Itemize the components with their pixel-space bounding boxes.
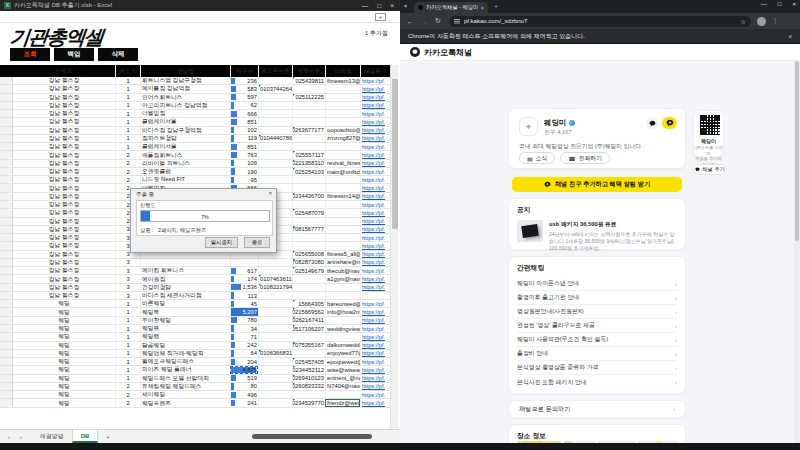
- cell-channel-link[interactable]: https://pf.: [360, 375, 390, 382]
- chrome-minimize-button[interactable]: —: [761, 1, 767, 7]
- channel-link[interactable]: https://pf.: [362, 127, 385, 133]
- cell-keyword[interactable]: 웨딩: [13, 383, 115, 390]
- cell-email[interactable]: weddingview2: [325, 325, 360, 332]
- row-gutter[interactable]: [0, 300, 13, 307]
- cell-friend-count[interactable]: 241: [230, 399, 258, 406]
- cell-phone[interactable]: [292, 284, 325, 291]
- cell-channel-name[interactable]: 더웰빙짐: [140, 110, 230, 117]
- cell-keyword[interactable]: 강남 헬스장: [13, 94, 115, 101]
- cell-email[interactable]: [325, 176, 360, 183]
- cell-friend-count[interactable]: 80: [230, 383, 258, 390]
- cell-mobile[interactable]: [258, 118, 292, 125]
- row-gutter[interactable]: [0, 284, 13, 291]
- cell-phone[interactable]: 025487079: [292, 209, 325, 216]
- profile-avatar-icon[interactable]: [757, 17, 766, 26]
- excel-minimize-button[interactable]: —: [362, 2, 369, 9]
- cell-friend-count[interactable]: 204: [230, 358, 258, 365]
- cell-page[interactable]: 1: [115, 94, 140, 101]
- cell-email[interactable]: [325, 284, 360, 291]
- cell-friend-count[interactable]: 119: [230, 135, 258, 142]
- cell-channel-link[interactable]: https://pf.: [360, 143, 390, 150]
- cell-phone[interactable]: 025439811: [292, 77, 325, 84]
- row-gutter[interactable]: [0, 399, 13, 406]
- excel-maximize-button[interactable]: □: [377, 2, 381, 9]
- channel-link[interactable]: https://pf.: [362, 375, 385, 381]
- cell-email[interactable]: entnent_@nav: [325, 375, 360, 382]
- cell-channel-link[interactable]: https://pf.: [360, 267, 390, 274]
- chrome-menu-icon[interactable]: ⋮: [772, 17, 779, 25]
- cell-email[interactable]: main@onfitclu: [325, 168, 360, 175]
- cell-mobile[interactable]: [258, 143, 292, 150]
- cell-channel-link[interactable]: https://pf.: [360, 284, 390, 291]
- row-gutter[interactable]: [0, 218, 13, 225]
- channel-link[interactable]: https://pf.: [362, 152, 385, 158]
- row-gutter[interactable]: [0, 135, 13, 142]
- cell-channel-link[interactable]: https://pf.: [360, 160, 390, 167]
- cell-channel-link[interactable]: https://pf.: [360, 325, 390, 332]
- cell-phone[interactable]: [292, 176, 325, 183]
- quick-chat-item[interactable]: 영상원본안내(사진원본X)›: [517, 305, 677, 319]
- cell-channel-link[interactable]: https://pf.: [360, 135, 390, 142]
- cell-mobile[interactable]: [258, 375, 292, 382]
- cell-friend-count[interactable]: 242: [230, 342, 258, 349]
- cell-email[interactable]: revival_fitness0: [325, 160, 360, 167]
- cell-email[interactable]: dalkomweddin: [325, 342, 360, 349]
- cell-channel-link[interactable]: https://pf.: [360, 333, 390, 340]
- cell-phone[interactable]: 0263677177: [292, 127, 325, 134]
- cell-channel-link[interactable]: https://pf.: [360, 399, 390, 406]
- cell-channel-link[interactable]: https://pf.: [360, 350, 390, 357]
- cell-channel-name[interactable]: 클럽케이서울: [140, 118, 230, 125]
- channel-link[interactable]: https://pf.: [362, 259, 385, 265]
- quick-chat-item[interactable]: 웨딩미 아이폰스냅 안내›: [517, 277, 677, 291]
- channel-link[interactable]: https://pf.: [362, 86, 385, 92]
- cell-email[interactable]: wise@wisewec: [325, 366, 360, 373]
- cell-mobile[interactable]: [258, 366, 292, 373]
- row-gutter[interactable]: [0, 308, 13, 315]
- cell-channel-name[interactable]: 웨딩랩: [140, 333, 230, 340]
- cell-keyword[interactable]: 웨딩: [13, 350, 115, 357]
- channel-link[interactable]: https://pf.: [362, 144, 385, 150]
- row-gutter[interactable]: [0, 267, 13, 274]
- cell-email[interactable]: [325, 118, 360, 125]
- cell-keyword[interactable]: 웨딩: [13, 358, 115, 365]
- cell-email[interactable]: [325, 218, 360, 225]
- site-info-icon[interactable]: [454, 18, 460, 24]
- cell-friend-count[interactable]: 102: [230, 127, 258, 134]
- cell-friend-count[interactable]: 666: [230, 110, 258, 117]
- cell-keyword[interactable]: 강남 헬스장: [13, 201, 115, 208]
- cell-page[interactable]: 1: [115, 342, 140, 349]
- cell-email[interactable]: [325, 201, 360, 208]
- cell-friend-count[interactable]: 780: [230, 317, 258, 324]
- cell-phone[interactable]: [292, 391, 325, 398]
- cell-channel-link[interactable]: https://pf.: [360, 251, 390, 258]
- cell-phone[interactable]: 07082873080: [292, 259, 325, 266]
- chrome-maximize-button[interactable]: □: [778, 1, 782, 7]
- news-button[interactable]: ▤소식: [519, 152, 555, 164]
- excel-close-button[interactable]: ×: [390, 2, 394, 9]
- cell-email[interactable]: [325, 333, 360, 340]
- row-gutter[interactable]: [0, 168, 13, 175]
- quick-chat-item[interactable]: 웨딩미 사용약관(무조건 확인 필독)›: [517, 333, 677, 347]
- cell-channel-link[interactable]: https://pf.: [360, 242, 390, 249]
- row-gutter[interactable]: [0, 102, 13, 109]
- cell-channel-name[interactable]: 오엔핏클럽: [140, 168, 230, 175]
- cell-channel-link[interactable]: https://pf.: [360, 209, 390, 216]
- call-button[interactable]: ☎전화하기: [560, 152, 610, 164]
- chat-inquiry-button[interactable]: 채팅으로 문의하기 ›: [508, 400, 686, 418]
- channel-link[interactable]: https://pf.: [362, 78, 385, 84]
- cell-email[interactable]: [325, 292, 360, 299]
- cell-friend-count[interactable]: 236: [230, 77, 258, 84]
- quick-chat-item[interactable]: 본식사진 포함 패키지 안내›: [517, 375, 677, 389]
- cell-channel-name[interactable]: 유채림웨딩.웨딩드레스: [140, 383, 230, 390]
- channel-link[interactable]: https://pf.: [362, 119, 385, 125]
- channel-link[interactable]: https://pf.: [362, 268, 385, 274]
- cell-friend-count[interactable]: 34: [230, 325, 258, 332]
- row-gutter[interactable]: [0, 325, 13, 332]
- cell-phone[interactable]: 15664305: [292, 300, 325, 307]
- cell-keyword[interactable]: 웨딩: [13, 399, 115, 406]
- cell-keyword[interactable]: 강남 헬스장: [13, 267, 115, 274]
- channel-link[interactable]: https://pf.: [362, 243, 385, 249]
- row-gutter[interactable]: [0, 333, 13, 340]
- cell-friend-count[interactable]: 763: [230, 151, 258, 158]
- cell-keyword[interactable]: 강남 헬스장: [13, 209, 115, 216]
